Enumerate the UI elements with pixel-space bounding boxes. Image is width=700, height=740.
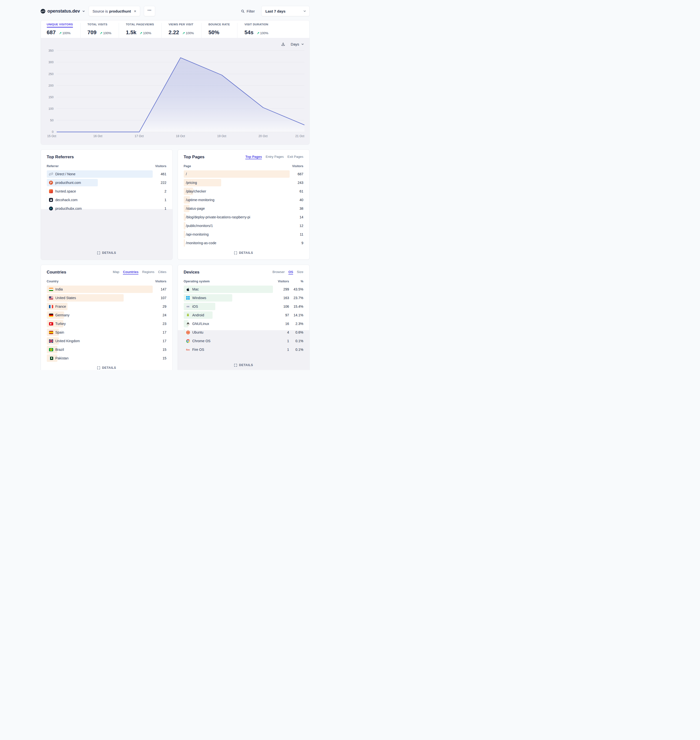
item-label[interactable]: Brazil xyxy=(56,348,64,351)
item-label[interactable]: /blog/deploy-private-locations-raspberry… xyxy=(186,215,250,219)
list-item-india[interactable]: India 147 xyxy=(47,286,166,293)
tab-countries[interactable]: Countries xyxy=(123,270,138,275)
item-label[interactable]: Pakistan xyxy=(56,356,69,360)
item-label[interactable]: /uptime-monitoring xyxy=(186,198,215,202)
list-item-android[interactable]: Android 97 14.1% xyxy=(184,311,303,319)
item-label[interactable]: / xyxy=(186,172,187,176)
bar-track: Windows xyxy=(184,294,273,302)
list-item-[interactable]: / 687 xyxy=(184,170,303,178)
list-item-turkey[interactable]: Turkey 23 xyxy=(47,320,166,327)
item-label[interactable]: Mac xyxy=(193,287,199,291)
list-item-api-monitoring[interactable]: /api-monitoring 11 xyxy=(184,231,303,238)
list-item-united-kingdom[interactable]: United Kingdom 17 xyxy=(47,337,166,345)
item-label[interactable]: producthunt.com xyxy=(56,181,81,185)
details-button[interactable]: DETAILS xyxy=(184,360,303,368)
item-label[interactable]: /play/checker xyxy=(186,189,206,193)
list-item-pakistan[interactable]: Pakistan 15 xyxy=(47,354,166,362)
item-label[interactable]: GNU/Linux xyxy=(193,322,209,326)
details-button[interactable]: DETAILS xyxy=(47,248,166,256)
stat-total-visits[interactable]: TOTAL VISITS 709 ↗100% xyxy=(80,23,119,38)
tab-browser[interactable]: Browser xyxy=(272,270,285,274)
stat-unique-visitors[interactable]: UNIQUE VISITORS 687 ↗100% xyxy=(47,23,81,38)
details-button[interactable]: DETAILS xyxy=(47,363,166,370)
item-label[interactable]: India xyxy=(56,287,63,291)
filter-chip[interactable]: Source is producthunt × xyxy=(89,6,140,16)
list-item-windows[interactable]: Windows 163 23.7% xyxy=(184,294,303,302)
interval-select[interactable]: Days xyxy=(291,42,304,46)
list-item-ios[interactable]: iOS iOS 106 15.4% xyxy=(184,303,303,310)
item-label[interactable]: iOS xyxy=(193,304,198,308)
list-item-france[interactable]: France 29 xyxy=(47,303,166,310)
list-item-fire-os[interactable]: fire Fire OS 1 0.1% xyxy=(184,346,303,353)
item-label[interactable]: /pricing xyxy=(186,181,197,185)
download-icon[interactable] xyxy=(281,42,285,46)
trend-up-icon: ↗ xyxy=(140,31,143,35)
filter-button[interactable]: Filter xyxy=(241,9,255,13)
list-item-status-page[interactable]: /status-page 38 xyxy=(184,205,303,212)
list-item-germany[interactable]: Germany 24 xyxy=(47,311,166,319)
stat-bounce-rate[interactable]: BOUNCE RATE 50% xyxy=(201,23,237,38)
trend-up-icon: ↗ xyxy=(182,31,185,35)
item-label[interactable]: Android xyxy=(193,313,204,317)
list-item-brazil[interactable]: Brazil 15 xyxy=(47,346,166,353)
stat-total-pageviews[interactable]: TOTAL PAGEVIEWS 1.5k ↗100% xyxy=(119,23,161,38)
item-label[interactable]: Germany xyxy=(56,313,70,317)
list-item-hunted-space[interactable]: hunted.space 2 xyxy=(47,188,166,195)
item-label[interactable]: /monitoring-as-code xyxy=(186,241,216,245)
date-range-select[interactable]: Last 7 days xyxy=(261,6,310,16)
tab-os[interactable]: OS xyxy=(288,270,293,275)
list-item-blog-deploy-private-locations-raspberry-pi[interactable]: /blog/deploy-private-locations-raspberry… xyxy=(184,213,303,221)
list-item-gnu-linux[interactable]: GNU/Linux 16 2.3% xyxy=(184,320,303,327)
x-tick-label: 20 Oct xyxy=(258,134,268,138)
item-label[interactable]: Spain xyxy=(56,330,64,334)
list-item-pricing[interactable]: /pricing 243 xyxy=(184,179,303,186)
item-label[interactable]: France xyxy=(56,304,66,308)
tab-entry-pages[interactable]: Entry Pages xyxy=(266,155,284,159)
remove-filter-icon[interactable]: × xyxy=(134,9,136,13)
overview-card: UNIQUE VISITORS 687 ↗100% TOTAL VISITS 7… xyxy=(41,20,310,144)
item-label[interactable]: Turkey xyxy=(56,322,66,326)
item-label[interactable]: producthubx.com xyxy=(56,207,82,210)
list-item-producthunt-com[interactable]: P producthunt.com 222 xyxy=(47,179,166,186)
item-label[interactable]: Direct / None xyxy=(56,172,76,176)
visitors-chart[interactable] xyxy=(57,51,304,132)
stat-value-row: 2.22 ↗100% xyxy=(169,29,194,35)
list-item-decohack-com[interactable]: decohack.com 1 xyxy=(47,196,166,204)
list-item-mac[interactable]: Mac 299 43.5% xyxy=(184,286,303,293)
stat-visit-duration[interactable]: VISIT DURATION 54s ↗100% xyxy=(237,23,276,38)
site-switcher[interactable]: openstatus.dev xyxy=(41,9,85,14)
item-label[interactable]: United Kingdom xyxy=(56,339,80,343)
list-item-spain[interactable]: Spain 17 xyxy=(47,329,166,336)
list-item-united-states[interactable]: United States 107 xyxy=(47,294,166,302)
item-visitors: 299 xyxy=(273,287,289,291)
more-filters-button[interactable]: ••• xyxy=(144,6,155,16)
item-label[interactable]: /public/monitors/1 xyxy=(186,224,213,228)
tab-top-pages[interactable]: Top Pages xyxy=(245,155,262,159)
tab-cities[interactable]: Cities xyxy=(158,270,166,274)
item-label[interactable]: /status-page xyxy=(186,207,205,210)
devices-tabs: BrowserOSSize xyxy=(272,270,303,275)
item-label[interactable]: /api-monitoring xyxy=(186,232,209,236)
panel-title: Top Pages xyxy=(184,154,205,160)
list-item-monitoring-as-code[interactable]: /monitoring-as-code 9 xyxy=(184,239,303,247)
list-item-direct-none[interactable]: Direct / None 461 xyxy=(47,170,166,178)
item-label[interactable]: Windows xyxy=(193,296,206,300)
tab-map[interactable]: Map xyxy=(113,270,119,274)
item-label[interactable]: United States xyxy=(56,296,76,300)
stat-views-per-visit[interactable]: VIEWS PER VISIT 2.22 ↗100% xyxy=(161,23,201,38)
item-label[interactable]: Fire OS xyxy=(193,348,204,351)
list-item-play-checker[interactable]: /play/checker 61 xyxy=(184,188,303,195)
item-label[interactable]: decohack.com xyxy=(56,198,78,202)
list-item-ubuntu[interactable]: Ubuntu 4 0.6% xyxy=(184,329,303,336)
item-label[interactable]: hunted.space xyxy=(56,189,76,193)
item-label[interactable]: Ubuntu xyxy=(193,330,203,334)
tab-exit-pages[interactable]: Exit Pages xyxy=(287,155,303,159)
tab-regions[interactable]: Regions xyxy=(142,270,154,274)
list-item-public-monitors-1[interactable]: /public/monitors/1 12 xyxy=(184,222,303,229)
list-item-uptime-monitoring[interactable]: /uptime-monitoring 40 xyxy=(184,196,303,204)
details-button[interactable]: DETAILS xyxy=(184,248,303,256)
list-item-producthubx-com[interactable]: P producthubx.com 1 xyxy=(47,205,166,212)
list-item-chrome-os[interactable]: Chrome OS 1 0.1% xyxy=(184,337,303,345)
item-label[interactable]: Chrome OS xyxy=(193,339,210,343)
tab-size[interactable]: Size xyxy=(297,270,303,274)
